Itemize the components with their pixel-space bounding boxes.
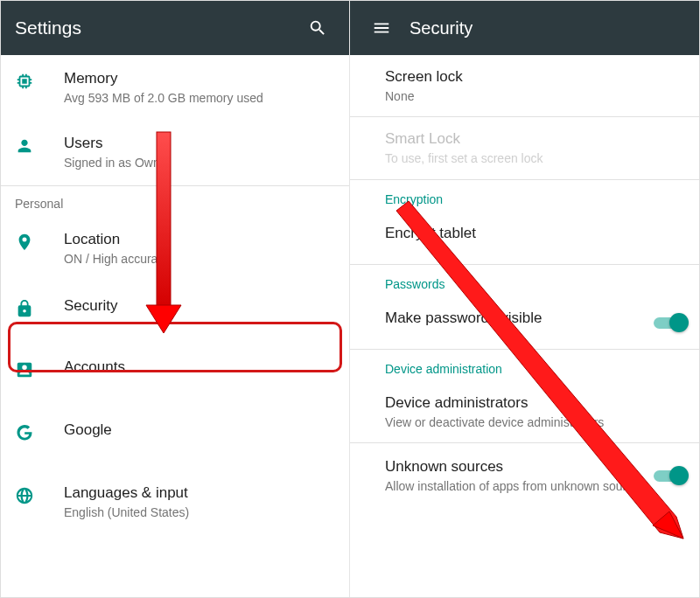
item-title: Memory [64, 69, 335, 88]
item-subtitle: To use, first set a screen lock [385, 150, 685, 166]
section-personal: Personal [1, 185, 349, 216]
item-title: Make passwords visible [385, 309, 685, 328]
item-title: Location [64, 230, 335, 249]
toggle-make-passwords-visible[interactable] [654, 313, 687, 332]
item-title: Users [64, 134, 335, 153]
item-title: Encrypt tablet [385, 224, 685, 243]
settings-pane: Settings Memory Avg 593 MB of 2.0 GB mem… [1, 1, 350, 597]
item-subtitle: Allow installation of apps from unknown … [385, 478, 647, 494]
security-item-make-passwords-visible[interactable]: Make passwords visible [350, 296, 699, 349]
settings-item-memory[interactable]: Memory Avg 593 MB of 2.0 GB memory used [1, 55, 349, 120]
settings-item-google[interactable]: Google [1, 407, 349, 469]
toggle-unknown-sources[interactable] [654, 466, 687, 485]
item-subtitle: ON / High accuracy [64, 251, 335, 267]
security-item-unknown-sources[interactable]: Unknown sources Allow installation of ap… [350, 443, 699, 508]
globe-icon [15, 483, 64, 505]
item-title: Smart Lock [385, 129, 685, 149]
security-item-device-administrators[interactable]: Device administrators View or deactivate… [350, 381, 699, 442]
item-title: Unknown sources [385, 457, 647, 476]
item-title: Accounts [64, 358, 335, 377]
location-icon [15, 230, 64, 252]
memory-icon [15, 69, 64, 91]
item-title: Languages & input [64, 483, 335, 503]
item-title: Security [64, 296, 335, 316]
security-item-smart-lock: Smart Lock To use, first set a screen lo… [350, 117, 699, 178]
item-subtitle: English (United States) [64, 504, 335, 520]
user-icon [15, 134, 64, 156]
settings-item-security[interactable]: Security [1, 281, 349, 344]
item-title: Google [64, 421, 335, 440]
item-subtitle: None [385, 88, 685, 104]
appbar-title-left: Settings [15, 17, 300, 38]
hamburger-icon[interactable] [364, 10, 399, 45]
google-icon [15, 421, 64, 442]
settings-item-accounts[interactable]: Accounts [1, 344, 349, 407]
security-pane: Security Screen lock None Smart Lock To … [350, 1, 699, 597]
settings-item-languages[interactable]: Languages & input English (United States… [1, 469, 349, 534]
lock-icon [15, 296, 64, 318]
security-list: Screen lock None Smart Lock To use, firs… [350, 55, 699, 597]
security-item-encrypt[interactable]: Encrypt tablet [350, 212, 699, 264]
accounts-icon [15, 358, 64, 379]
item-title: Device administrators [385, 393, 685, 413]
section-encryption: Encryption [350, 180, 699, 212]
appbar-right: Security [350, 1, 699, 55]
item-subtitle: Signed in as Owner [64, 155, 335, 170]
section-device-admin: Device administration [350, 350, 699, 381]
appbar-title-right: Security [410, 18, 472, 38]
appbar-left: Settings [1, 1, 349, 55]
item-subtitle: View or deactivate device administrators [385, 414, 685, 430]
settings-list: Memory Avg 593 MB of 2.0 GB memory used … [1, 55, 349, 597]
settings-item-users[interactable]: Users Signed in as Owner [1, 120, 349, 184]
search-icon[interactable] [300, 10, 335, 45]
settings-item-location[interactable]: Location ON / High accuracy [1, 216, 349, 281]
item-title: Screen lock [385, 67, 685, 87]
section-passwords: Passwords [350, 265, 699, 296]
security-item-screen-lock[interactable]: Screen lock None [350, 55, 699, 116]
item-subtitle: Avg 593 MB of 2.0 GB memory used [64, 90, 335, 106]
